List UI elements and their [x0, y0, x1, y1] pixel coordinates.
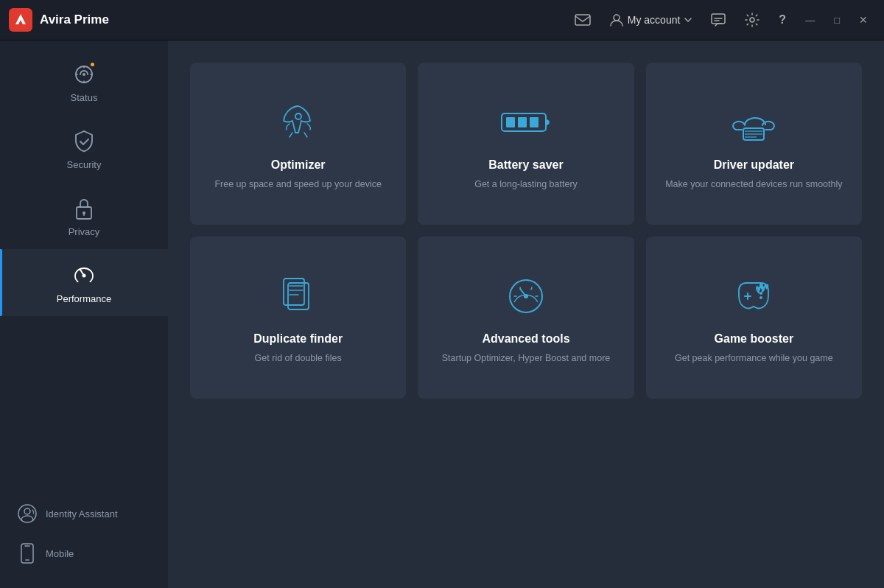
minimize-button[interactable]: —	[798, 10, 822, 30]
mobile-icon	[18, 544, 37, 563]
sidebar-item-security[interactable]: Security	[0, 115, 168, 182]
mail-button[interactable]	[567, 10, 598, 30]
sidebar-item-privacy[interactable]: Privacy	[0, 182, 168, 249]
battery-icon	[500, 97, 552, 148]
sidebar-performance-label: Performance	[57, 293, 111, 304]
duplicate-title: Duplicate finder	[253, 332, 343, 346]
svg-point-10	[24, 508, 30, 514]
gamepad-icon	[728, 270, 779, 322]
maximize-icon: □	[834, 15, 840, 26]
svg-point-8	[83, 274, 86, 278]
driver-desc: Make your connected devices run smoothly	[665, 178, 842, 192]
optimizer-title: Optimizer	[271, 158, 326, 172]
sidebar-status-label: Status	[71, 92, 98, 103]
advanced-desc: Startup Optimizer, Hyper Boost and more	[442, 351, 611, 365]
sidebar-privacy-label: Privacy	[69, 226, 100, 237]
sidebar-security-label: Security	[67, 159, 102, 170]
svg-point-12	[295, 113, 301, 119]
optimizer-desc: Free up space and speed up your device	[214, 178, 382, 192]
help-icon: ?	[779, 13, 786, 27]
svg-point-3	[750, 18, 754, 22]
sidebar: Status Security Privacy	[0, 41, 168, 588]
performance-icon	[71, 262, 97, 289]
sidebar-item-identity[interactable]: Identity Assistant	[0, 494, 168, 533]
advanced-tools-card[interactable]: Advanced tools Startup Optimizer, Hyper …	[418, 237, 634, 399]
duplicate-desc: Get rid of double files	[255, 351, 342, 365]
mobile-label: Mobile	[46, 548, 74, 559]
battery-title: Battery saver	[488, 158, 563, 172]
game-desc: Get peak performance while you game	[675, 351, 833, 365]
titlebar-right: My account ? — □ ✕	[567, 8, 875, 32]
main-layout: Status Security Privacy	[0, 41, 884, 588]
sidebar-bottom: Identity Assistant Mobile	[0, 494, 168, 588]
svg-point-24	[524, 294, 528, 298]
game-booster-card[interactable]: Game booster Get peak performance while …	[646, 237, 862, 399]
svg-point-5	[83, 73, 85, 76]
sidebar-item-performance[interactable]: Performance	[0, 249, 168, 316]
svg-point-26	[760, 296, 762, 299]
sidebar-item-mobile[interactable]: Mobile	[0, 533, 168, 573]
identity-label: Identity Assistant	[46, 508, 118, 519]
svg-point-1	[614, 15, 620, 21]
driver-updater-card[interactable]: Driver updater Make your connected devic…	[646, 63, 862, 225]
optimizer-card[interactable]: Optimizer Free up space and speed up you…	[190, 63, 406, 225]
chevron-down-icon	[684, 18, 692, 22]
minimize-icon: —	[805, 15, 815, 26]
cards-grid: Optimizer Free up space and speed up you…	[190, 63, 862, 399]
game-title: Game booster	[715, 332, 794, 346]
my-account-button[interactable]: My account	[603, 9, 700, 31]
app-title: Avira Prime	[40, 13, 567, 27]
settings-button[interactable]	[737, 8, 767, 32]
gauge-icon	[500, 270, 552, 322]
close-button[interactable]: ✕	[852, 10, 875, 30]
active-indicator	[0, 249, 2, 316]
rocket-icon	[273, 97, 324, 148]
driver-title: Driver updater	[714, 158, 794, 172]
svg-rect-14	[506, 117, 515, 127]
svg-rect-0	[575, 15, 590, 25]
privacy-icon	[71, 195, 97, 222]
chat-button[interactable]	[704, 9, 733, 31]
titlebar: Avira Prime My account	[0, 0, 884, 41]
svg-rect-15	[518, 117, 527, 127]
battery-saver-card[interactable]: Battery saver Get a long-lasting battery	[418, 63, 634, 225]
duplicate-finder-card[interactable]: Duplicate finder Get rid of double files	[190, 237, 406, 399]
status-icon	[71, 61, 97, 88]
svg-rect-16	[530, 117, 539, 127]
advanced-title: Advanced tools	[482, 332, 569, 346]
my-account-label: My account	[628, 14, 681, 26]
battery-desc: Get a long-lasting battery	[474, 178, 578, 192]
sidebar-item-status[interactable]: Status	[0, 48, 168, 115]
help-button[interactable]: ?	[771, 9, 793, 31]
maximize-button[interactable]: □	[827, 10, 847, 30]
files-icon	[273, 270, 324, 322]
content-area: Optimizer Free up space and speed up you…	[168, 41, 884, 588]
close-icon: ✕	[859, 14, 868, 26]
cloud-icon	[728, 97, 779, 148]
security-icon	[71, 128, 97, 155]
app-logo	[9, 8, 32, 32]
identity-icon	[18, 504, 37, 523]
